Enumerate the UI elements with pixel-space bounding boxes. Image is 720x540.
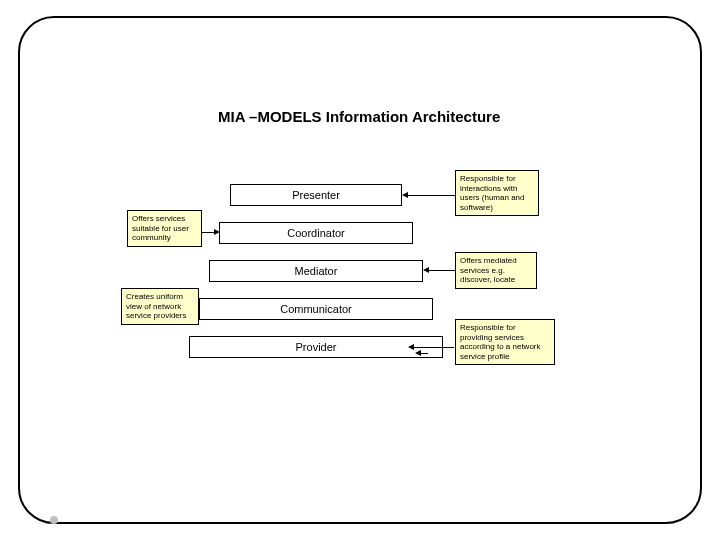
connector bbox=[428, 270, 455, 271]
layer-coordinator: Coordinator bbox=[219, 222, 413, 244]
slide-title: MIA –MODELS Information Architecture bbox=[218, 108, 500, 125]
layer-label: Provider bbox=[296, 341, 337, 353]
note-provider: Responsible for providing services accor… bbox=[455, 319, 555, 365]
note-text: Offers mediated services e.g. discover, … bbox=[460, 256, 517, 284]
connector bbox=[413, 347, 454, 348]
layer-label: Coordinator bbox=[287, 227, 344, 239]
connector-small bbox=[420, 353, 428, 354]
connector bbox=[202, 232, 215, 233]
connector bbox=[407, 195, 455, 196]
layer-label: Mediator bbox=[295, 265, 338, 277]
page-dot bbox=[50, 516, 58, 524]
note-mediator: Offers mediated services e.g. discover, … bbox=[455, 252, 537, 289]
note-communicator: Creates uniform view of network service … bbox=[121, 288, 199, 325]
note-text: Responsible for interactions with users … bbox=[460, 174, 524, 212]
note-text: Offers services suitable for user commun… bbox=[132, 214, 189, 242]
note-coordinator: Offers services suitable for user commun… bbox=[127, 210, 202, 247]
layer-label: Communicator bbox=[280, 303, 352, 315]
note-presenter: Responsible for interactions with users … bbox=[455, 170, 539, 216]
layer-communicator: Communicator bbox=[199, 298, 433, 320]
layer-provider: Provider bbox=[189, 336, 443, 358]
layer-label: Presenter bbox=[292, 189, 340, 201]
layer-presenter: Presenter bbox=[230, 184, 402, 206]
connector bbox=[199, 308, 200, 309]
note-text: Responsible for providing services accor… bbox=[460, 323, 541, 361]
layer-mediator: Mediator bbox=[209, 260, 423, 282]
note-text: Creates uniform view of network service … bbox=[126, 292, 186, 320]
